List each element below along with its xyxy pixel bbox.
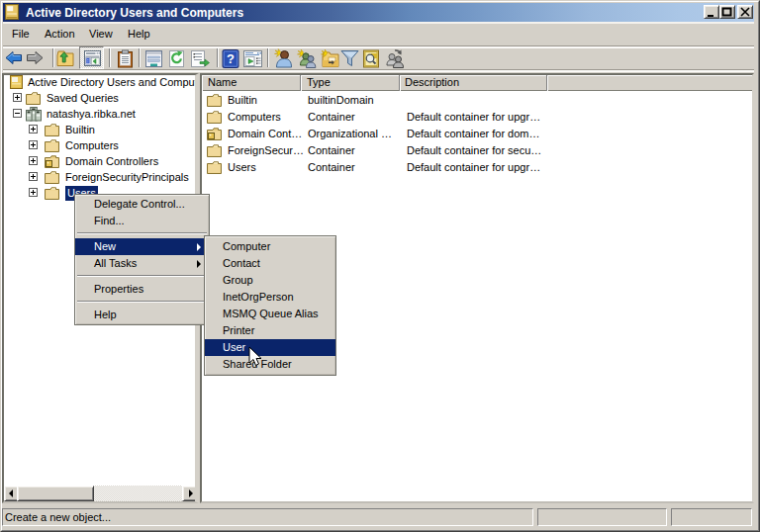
svg-text:?: ? xyxy=(227,51,235,66)
